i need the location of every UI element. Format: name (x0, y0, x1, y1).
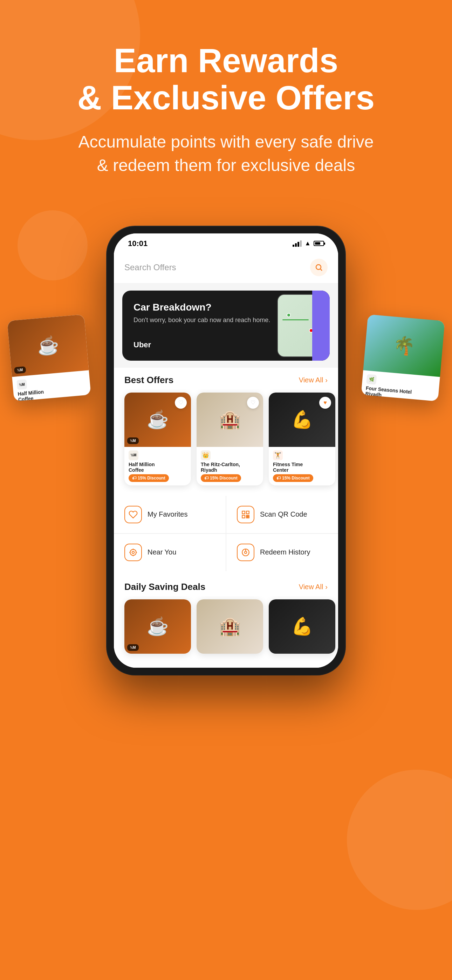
scan-qr-icon (237, 506, 255, 523)
quick-action-redeem-history[interactable]: Redeem History (226, 534, 338, 571)
offer-card-coffee[interactable]: ☕ ½M ♡ ½M Half MillionCoffee 🏷 15% Disco (124, 393, 191, 485)
hero-title: Earn Rewards & Exclusive Offers (28, 42, 424, 116)
phone-mockup: 10:01 ▲ Sear (107, 226, 345, 675)
favorites-icon (124, 506, 142, 523)
daily-cards-scroll[interactable]: ☕ ½M 🏨 💪 (114, 596, 338, 661)
uber-banner[interactable]: Car Breakdown? Don't worry, book your ca… (122, 291, 330, 361)
near-you-label: Near You (148, 548, 176, 556)
svg-rect-7 (246, 517, 247, 518)
heart-icon-fitness[interactable]: ♥ (319, 397, 331, 409)
banner-section: Car Breakdown? Don't worry, book your ca… (114, 283, 338, 368)
hero-subtitle: Accumulate points with every safe drive … (28, 130, 424, 177)
heart-icon-coffee[interactable]: ♡ (175, 397, 187, 409)
search-bar[interactable]: Search Offers (114, 252, 338, 283)
fc-right-discount: 🏷 15% Discount (364, 398, 405, 401)
svg-rect-4 (242, 515, 245, 518)
floating-card-right: 🌴 🌿 Four Seasons HotelRiyadh 🏷 15% Disco… (361, 314, 445, 401)
svg-rect-5 (246, 515, 247, 516)
search-icon (315, 263, 323, 272)
svg-point-9 (132, 551, 135, 554)
redeem-history-icon (237, 544, 255, 561)
offer-name-fitness: Fitness TimeCenter (273, 461, 331, 473)
svg-point-0 (316, 265, 321, 269)
favorites-label: My Favorites (148, 510, 188, 519)
heart-icon-ritz[interactable]: ♡ (247, 397, 259, 409)
svg-point-10 (130, 549, 136, 555)
status-time: 10:01 (128, 239, 148, 248)
quick-actions-grid: My Favorites (114, 496, 338, 571)
svg-rect-8 (248, 517, 249, 518)
svg-line-1 (321, 269, 322, 270)
daily-deals-header: Daily Saving Deals View All › (114, 574, 338, 596)
offer-name-ritz: The Ritz-Carlton,Riyadh (201, 461, 259, 473)
battery-icon (314, 241, 324, 246)
quick-action-scan-qr[interactable]: Scan QR Code (226, 496, 338, 533)
daily-deals-title: Daily Saving Deals (124, 581, 205, 592)
offer-discount-fitness: 🏷 15% Discount (273, 474, 313, 482)
scan-qr-label: Scan QR Code (260, 510, 307, 519)
best-offers-title: Best Offers (124, 375, 173, 385)
chevron-right-icon-daily: › (325, 583, 328, 591)
best-offers-header: Best Offers View All › (114, 368, 338, 389)
svg-rect-3 (246, 511, 249, 514)
daily-deals-view-all[interactable]: View All › (299, 583, 328, 591)
wifi-icon: ▲ (304, 240, 311, 247)
hero-section: Earn Rewards & Exclusive Offers Accumula… (0, 0, 452, 198)
search-input[interactable]: Search Offers (124, 262, 176, 272)
offer-discount-coffee: 🏷 15% Discount (129, 474, 169, 482)
phone-wrapper: ☕ ½M ½M Half MillionCoffee 🏷 15% Discoun… (0, 226, 452, 675)
svg-rect-6 (248, 515, 249, 516)
status-icons: ▲ (293, 240, 324, 247)
search-button[interactable] (310, 259, 328, 276)
chevron-right-icon: › (325, 376, 328, 384)
floating-card-left: ☕ ½M ½M Half MillionCoffee 🏷 15% Discoun… (7, 314, 91, 401)
daily-card-coffee[interactable]: ☕ ½M (124, 599, 191, 654)
offers-scroll[interactable]: ☕ ½M ♡ ½M Half MillionCoffee 🏷 15% Disco (114, 389, 338, 492)
offer-discount-ritz: 🏷 15% Discount (201, 474, 241, 482)
banner-partial-card (312, 291, 330, 361)
best-offers-view-all[interactable]: View All › (299, 376, 328, 384)
offer-card-ritz[interactable]: 🏨 ♡ 👑 The Ritz-Carlton,Riyadh 🏷 15% Disc… (197, 393, 263, 485)
daily-deals-section: Daily Saving Deals View All › ☕ ½M (114, 574, 338, 668)
app-content: Search Offers Car Breakdown? Don't worry… (114, 252, 338, 668)
daily-card-fitness[interactable]: 💪 (269, 599, 335, 654)
status-bar: 10:01 ▲ (114, 234, 338, 252)
offer-card-fitness[interactable]: 💪 ♥ 🏋 Fitness TimeCenter 🏷 15% Discount (269, 393, 335, 485)
offer-name-coffee: Half MillionCoffee (129, 461, 187, 473)
svg-rect-2 (242, 511, 245, 514)
near-you-icon (124, 544, 142, 561)
quick-action-favorites[interactable]: My Favorites (114, 496, 226, 533)
phone-screen: 10:01 ▲ Sear (114, 234, 338, 668)
daily-card-hotel[interactable]: 🏨 (197, 599, 263, 654)
quick-action-near-you[interactable]: Near You (114, 534, 226, 571)
svg-point-12 (245, 551, 247, 554)
signal-icon (293, 240, 302, 247)
redeem-history-label: Redeem History (260, 548, 310, 556)
